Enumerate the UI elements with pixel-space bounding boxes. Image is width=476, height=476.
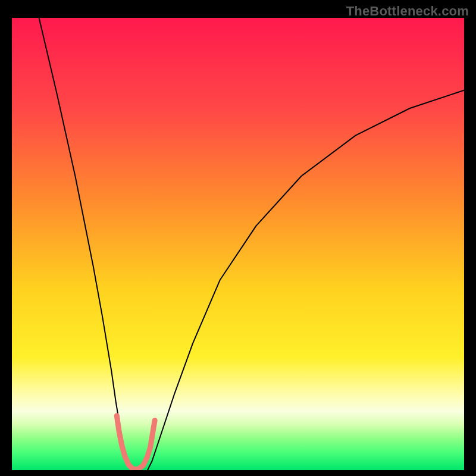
chart-background xyxy=(12,18,464,470)
chart-frame: TheBottleneck.com xyxy=(0,0,476,476)
chart-svg xyxy=(12,18,464,470)
watermark-text: TheBottleneck.com xyxy=(346,4,469,19)
chart-plot-area xyxy=(12,18,464,470)
